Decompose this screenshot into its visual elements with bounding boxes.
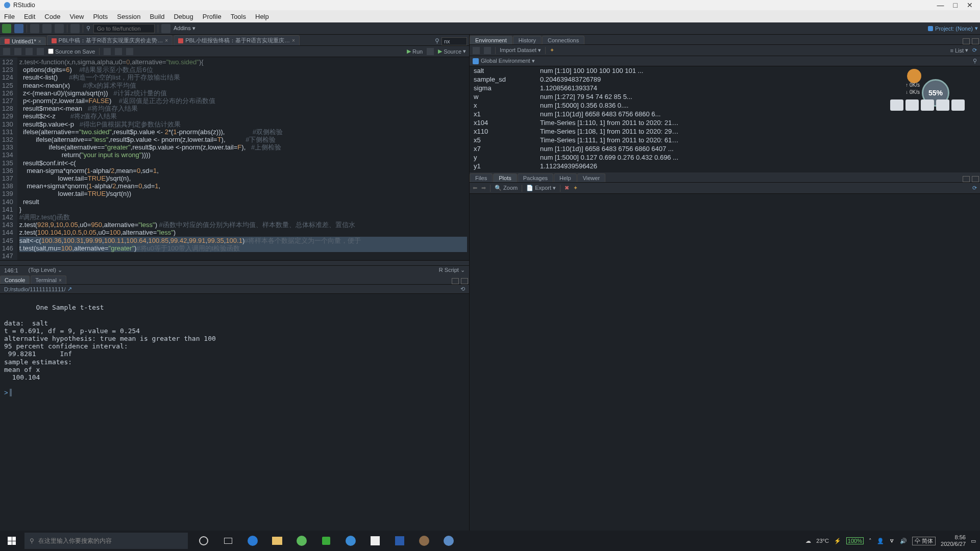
source-editor[interactable]: 1221231241251261271281291301311321331341… [0, 57, 469, 260]
file-type-indicator[interactable]: R Script ⌄ [439, 267, 465, 273]
back-button[interactable] [3, 48, 10, 55]
forward-button[interactable] [14, 48, 21, 55]
task-view-icon[interactable] [217, 531, 239, 551]
word-icon[interactable] [389, 531, 410, 551]
remove-plot-button[interactable]: ✖ [565, 185, 569, 191]
console-maximize-button[interactable] [461, 278, 468, 284]
env-variable-row[interactable]: x104Time-Series [1:110, 1] from 2011 to … [470, 118, 980, 127]
overlay-tool-4[interactable] [936, 99, 949, 111]
plot-tab-plots[interactable]: Plots [493, 173, 517, 182]
source-on-save-checkbox[interactable]: Source on Save [48, 48, 95, 55]
close-button[interactable]: ✕ [967, 1, 973, 9]
compile-report-button[interactable] [126, 48, 133, 55]
menu-profile[interactable]: Profile [203, 13, 222, 20]
env-search-icon[interactable]: ⚲ [973, 58, 977, 64]
source-search-input[interactable] [442, 37, 467, 45]
volume-icon[interactable]: 🔊 [900, 538, 907, 544]
env-scope-menu[interactable]: Global Environment ▾ [481, 58, 535, 64]
explorer-icon[interactable] [266, 531, 288, 551]
env-variable-row[interactable]: x1num [1:10(1d)] 6658 6483 6756 6860 6..… [470, 110, 980, 118]
show-in-new-window-button[interactable] [26, 48, 33, 55]
source-tab[interactable]: Untitled1*× [0, 37, 46, 45]
run-button[interactable]: ▶Run [407, 48, 423, 55]
tray-chevron-icon[interactable]: ˄ [869, 538, 872, 544]
project-menu[interactable]: Project: (None) ▾ [928, 25, 978, 32]
console-minimize-button[interactable] [452, 278, 459, 284]
import-dataset-menu[interactable]: Import Dataset ▾ [500, 47, 541, 54]
media-player-icon[interactable] [291, 531, 312, 551]
save-all-button[interactable] [55, 24, 64, 33]
export-menu[interactable]: 📄 Export ▾ [526, 185, 556, 191]
refresh-env-button[interactable]: ⟳ [972, 47, 977, 54]
weather-icon[interactable]: ☁ [805, 538, 811, 544]
menu-view[interactable]: View [69, 13, 84, 20]
notifications-icon[interactable]: ▭ [971, 538, 976, 544]
clear-workspace-button[interactable]: ✦ [550, 47, 554, 54]
overlay-tool-3[interactable] [921, 99, 934, 111]
rerun-button[interactable] [427, 48, 434, 55]
env-variable-row[interactable]: ynum [1:5000] 0.127 0.699 0.276 0.432 0.… [470, 153, 980, 162]
refresh-plot-button[interactable]: ⟳ [972, 185, 977, 191]
addins-menu[interactable]: Addins ▾ [174, 25, 195, 32]
save-button[interactable] [42, 24, 52, 33]
close-tab-icon[interactable]: × [165, 38, 168, 43]
plot-tab-help[interactable]: Help [554, 173, 577, 182]
menu-plots[interactable]: Plots [93, 13, 108, 20]
env-variable-row[interactable]: sample_sd0.204639483726789 [470, 75, 980, 84]
save-source-button[interactable] [37, 48, 44, 55]
clock[interactable]: 8:56 2020/6/27 [941, 534, 966, 547]
env-variable-row[interactable]: saltnum [1:10] 100 100 100 100 101 ... [470, 66, 980, 75]
editor-horizontal-scrollbar[interactable] [0, 260, 469, 265]
plot-tab-files[interactable]: Files [470, 173, 493, 182]
ie-icon[interactable] [340, 531, 361, 551]
addins-grid-icon[interactable] [161, 24, 170, 33]
console-output[interactable]: One Sample t-test data: salt t = 0.691, … [0, 294, 469, 531]
close-tab-icon[interactable]: × [292, 38, 295, 43]
print-button[interactable] [70, 24, 80, 33]
menu-build[interactable]: Build [150, 13, 165, 20]
maximize-button[interactable]: □ [953, 1, 958, 9]
new-file-button[interactable] [2, 24, 11, 33]
source-tab[interactable]: PBL中稿：基于R语言实现重庆房价走势…× [47, 35, 173, 45]
start-button[interactable] [0, 531, 23, 551]
network-icon[interactable]: ⛛ [889, 538, 895, 544]
env-tab-history[interactable]: History [513, 36, 542, 44]
source-tab[interactable]: PBL小组报告终稿：基于R语言实现重庆…× [174, 35, 300, 45]
env-variable-row[interactable]: y11.11234939596426 [470, 162, 980, 170]
plot-next-button[interactable]: ➡ [481, 185, 486, 191]
plot-tab-packages[interactable]: Packages [518, 173, 553, 182]
env-tab-environment[interactable]: Environment [470, 36, 512, 44]
plots-maximize-button[interactable] [972, 176, 979, 182]
menu-tools[interactable]: Tools [231, 13, 246, 20]
wechat-icon[interactable] [315, 531, 337, 551]
close-tab-icon[interactable]: × [59, 278, 62, 283]
plot-prev-button[interactable]: ⬅ [473, 185, 477, 191]
close-tab-icon[interactable]: × [38, 39, 41, 44]
battery-indicator[interactable]: 100% [846, 537, 864, 544]
menu-code[interactable]: Code [44, 13, 60, 20]
find-replace-button[interactable] [104, 48, 111, 55]
plot-tab-viewer[interactable]: Viewer [577, 173, 605, 182]
cortana-icon[interactable] [193, 531, 214, 551]
code-tools-button[interactable] [115, 48, 122, 55]
store-icon[interactable] [364, 531, 386, 551]
env-maximize-button[interactable] [972, 38, 979, 44]
menu-debug[interactable]: Debug [174, 13, 193, 20]
env-tab-connections[interactable]: Connections [542, 36, 584, 44]
ime-indicator[interactable]: 㐃 简体 [912, 537, 936, 545]
env-minimize-button[interactable] [963, 38, 970, 44]
environment-list[interactable]: saltnum [1:10] 100 100 100 100 101 ...sa… [470, 66, 980, 172]
env-variable-row[interactable]: sigma1.12085661393374 [470, 84, 980, 92]
menu-help[interactable]: Help [255, 13, 269, 20]
new-project-button[interactable] [14, 24, 23, 33]
console-tab-terminal[interactable]: Terminal × [31, 276, 66, 284]
menu-session[interactable]: Session [117, 13, 140, 20]
people-icon[interactable]: 👤 [877, 538, 884, 544]
taskbar-search[interactable]: ⚲ 在这里输入你要搜索的内容 [24, 533, 188, 549]
overlay-tool-5[interactable] [951, 99, 965, 111]
load-workspace-button[interactable] [473, 47, 480, 54]
clear-plots-button[interactable]: ✦ [573, 185, 578, 191]
clear-console-icon[interactable]: ⟲ [460, 286, 465, 292]
env-variable-row[interactable]: x5Time-Series [1:111, 1] from 2011 to 20… [470, 136, 980, 144]
zoom-button[interactable]: 🔍 Zoom [495, 185, 518, 191]
